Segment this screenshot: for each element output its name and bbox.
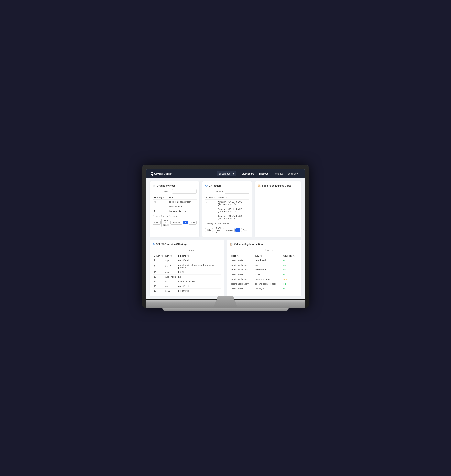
monitor: QCryptoCyber aireon.com ▾ Dashboard Disc… [142,165,309,311]
ca-search-input[interactable] [225,189,249,194]
ca-pagination: CSV Save As Image Previous 1 Next [205,226,249,234]
finding-cell: M [153,199,168,204]
nav-insights[interactable]: Insights [272,171,285,176]
ssl-col-key: Key ⇅ [164,254,177,258]
grades-table: Finding ⇅ Host ⇅ Msso.brentonbaker.comAr… [153,195,197,213]
ca-showing: Showing 1 to 3 of 3 entries [205,222,249,225]
table-row: Msso.brentonbaker.com [153,199,197,204]
grades-by-host-card: 📋 Grades by Host Search: Finding ⇅ H [150,182,200,237]
nav-links: Dashboard Discover Insights Settings ▾ [239,171,301,176]
finding-cell: A [153,204,168,209]
domain-value: aireon.com [219,172,231,175]
count-cell: 16 [153,279,164,284]
table-row: 1Amazon RSA 2048 M03 (Amazon from US) [205,214,249,221]
grades-search-input[interactable] [172,189,197,194]
ca-title: 🛡 CA Issuers [205,184,249,187]
vuln-search-label: Search: [265,248,273,252]
count-cell: 18 [153,288,164,293]
ca-page-nav: Previous 1 Next [223,228,249,232]
ca-prev-button[interactable]: Previous [223,228,235,232]
count-cell: 2 [153,258,164,263]
vuln-icon: 📋 [230,243,233,246]
severity-cell: ok [282,281,298,286]
host-cell: brentonbaker.com [230,267,254,272]
host-cell: brentonbaker.com [230,258,254,263]
nav-discover[interactable]: Discover [257,171,271,176]
vulnerability-card: 📋 Vulnerability Information Search: Host… [227,240,301,296]
monitor-bottom [146,300,305,308]
ca-search-row: Search: [205,189,249,194]
ssl-search-row: Search: [153,248,221,252]
ca-search-label: Search: [216,189,224,194]
chevron-down-icon: ▾ [233,172,234,175]
severity-cell: ok [282,286,298,291]
nav-settings[interactable]: Settings ▾ [286,171,301,176]
key-cell: robot [254,272,282,277]
table-row: Ariska.com.au [153,204,197,209]
vuln-col-host: Host ⇅ [230,254,254,258]
count-cell: 16 [153,274,164,279]
logo-text: CryptoCyber [154,172,171,175]
grades-pagination: CSV Save As Image Previous 1 Next [153,219,197,227]
nav-dashboard[interactable]: Dashboard [239,171,257,176]
count-cell: 2 [153,263,164,270]
grades-prev-button[interactable]: Previous [170,221,182,225]
issuer-cell: Amazon RSA 2048 M01 (Amazon from US) [217,199,249,207]
domain-selector[interactable]: aireon.com ▾ [217,171,236,176]
table-row: 18npnnot offered [153,284,221,288]
table-row: 2tls1_3not offered + downgraded to weake… [153,263,221,270]
expired-certs-card: 📜 Soon to be Expired Certs [255,182,301,237]
ssl-tls-card: ⚙ SSL/TLS Version Offerings Search: Coun… [150,240,224,296]
key-cell: ccs [254,263,282,267]
cert-icon: 📜 [258,184,261,187]
host-cell: brentonbaker.com [230,272,254,277]
key-cell: crime_tls [254,286,282,291]
finding-cell: A+ [153,209,168,213]
grades-csv-button[interactable]: CSV [153,221,161,225]
vuln-col-key: Key ⇅ [254,254,282,258]
table-row: A+brentonbaker.com [153,209,197,213]
ca-issuers-card: 🛡 CA Issuers Search: Count ⇅ Issuer [202,182,252,237]
host-cell: brentonbaker.com [168,209,197,213]
finding-cell: not offered [177,258,221,263]
finding-cell: not offered [177,288,221,293]
count-cell: 1 [205,214,217,221]
count-cell: 1 [205,199,217,207]
host-cell: riska.com.au [168,204,197,209]
vuln-search-input[interactable] [274,248,298,252]
host-cell: brentonbaker.com [230,277,254,281]
key-cell: alpn_http2 [164,274,177,279]
table-row: brentonbaker.comheartbleedok [230,258,298,263]
ca-save-image-button[interactable]: Save As Image [214,226,223,234]
header-right: aireon.com ▾ Dashboard Discover Insights… [217,171,301,176]
table-row: 2alpnnot offered [153,258,221,263]
grades-showing: Showing 1 to 3 of 3 entries [153,215,197,217]
grades-save-image-button[interactable]: Save As Image [161,219,171,227]
vuln-search-row: Search: [230,248,298,252]
ssl-icon: ⚙ [153,243,155,246]
finding-cell: h2 [177,274,221,279]
top-grid: 📋 Grades by Host Search: Finding ⇅ H [150,182,301,237]
grades-next-button[interactable]: Next [189,221,197,225]
grades-page-num: 1 [183,221,188,225]
ca-next-button[interactable]: Next [241,228,249,232]
finding-cell: not offered [177,284,221,288]
ca-csv-button[interactable]: CSV [205,228,213,232]
monitor-screen: QCryptoCyber aireon.com ▾ Dashboard Disc… [146,169,305,300]
ssl-search-input[interactable] [197,248,221,252]
severity-cell: ok [282,267,298,272]
severity-cell: ok [282,272,298,277]
ca-page-num: 1 [236,228,240,232]
app-header: QCryptoCyber aireon.com ▾ Dashboard Disc… [146,169,305,178]
table-row: brentonbaker.comsecure_client_renegook [230,281,298,286]
count-cell: 18 [153,284,164,288]
logo-q: Q [150,171,153,176]
app-logo: QCryptoCyber [150,171,171,176]
grades-search-label: Search: [163,189,171,194]
finding-cell: offered with final [177,279,221,284]
ssl-tls-title: ⚙ SSL/TLS Version Offerings [153,243,221,246]
vuln-title: 📋 Vulnerability Information [230,243,298,246]
severity-cell: ok [282,263,298,267]
ca-col-issuer: Issuer ⇅ [217,195,249,200]
grades-export-btns: CSV Save As Image [153,219,170,227]
